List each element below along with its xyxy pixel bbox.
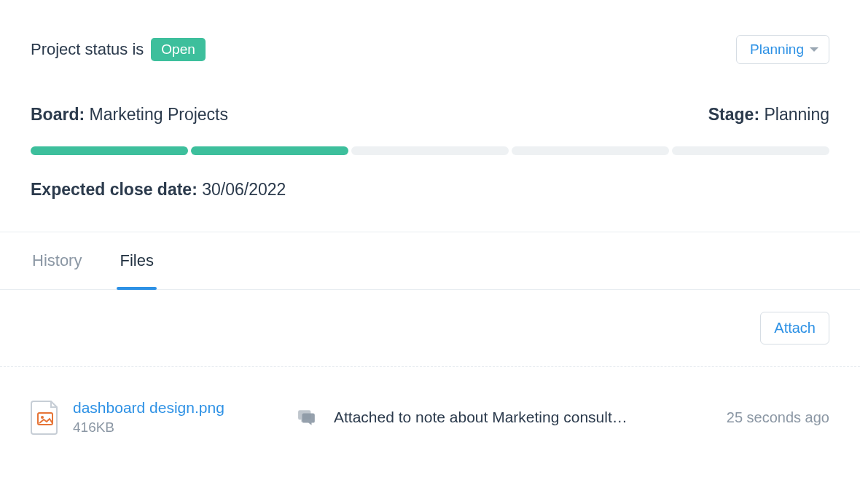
chevron-down-icon — [810, 47, 818, 52]
close-date-label: Expected close date: — [31, 180, 198, 199]
stage-value: Planning — [764, 105, 829, 124]
progress-segment — [672, 146, 829, 155]
progress-segment — [191, 146, 348, 155]
status-prefix: Project status is — [31, 40, 144, 59]
status-badge: Open — [151, 38, 205, 61]
close-date-field: Expected close date: 30/06/2022 — [31, 180, 829, 232]
attach-button[interactable]: Attach — [760, 312, 829, 344]
tab-history[interactable]: History — [32, 232, 82, 289]
stage-dropdown-value: Planning — [750, 42, 804, 58]
svg-point-1 — [41, 416, 44, 419]
file-time: 25 seconds ago — [727, 409, 829, 426]
stage-dropdown[interactable]: Planning — [736, 35, 829, 64]
note-icon — [297, 408, 316, 427]
board-label: Board: — [31, 105, 85, 124]
file-name-link[interactable]: dashboard design.png — [73, 399, 277, 417]
progress-bar — [31, 146, 829, 155]
progress-segment — [31, 146, 188, 155]
close-date-value: 30/06/2022 — [202, 180, 286, 199]
file-size: 416KB — [73, 420, 277, 436]
progress-segment — [351, 146, 509, 155]
tab-files[interactable]: Files — [120, 232, 153, 289]
stage-field: Stage: Planning — [708, 105, 829, 125]
board-value: Marketing Projects — [90, 105, 228, 124]
progress-segment — [512, 146, 669, 155]
file-row: dashboard design.png 416KB Attached to n… — [0, 367, 860, 450]
file-note: Attached to note about Marketing consult… — [334, 409, 699, 426]
board-field: Board: Marketing Projects — [31, 105, 228, 125]
file-image-icon — [31, 400, 60, 435]
stage-label: Stage: — [708, 105, 759, 124]
